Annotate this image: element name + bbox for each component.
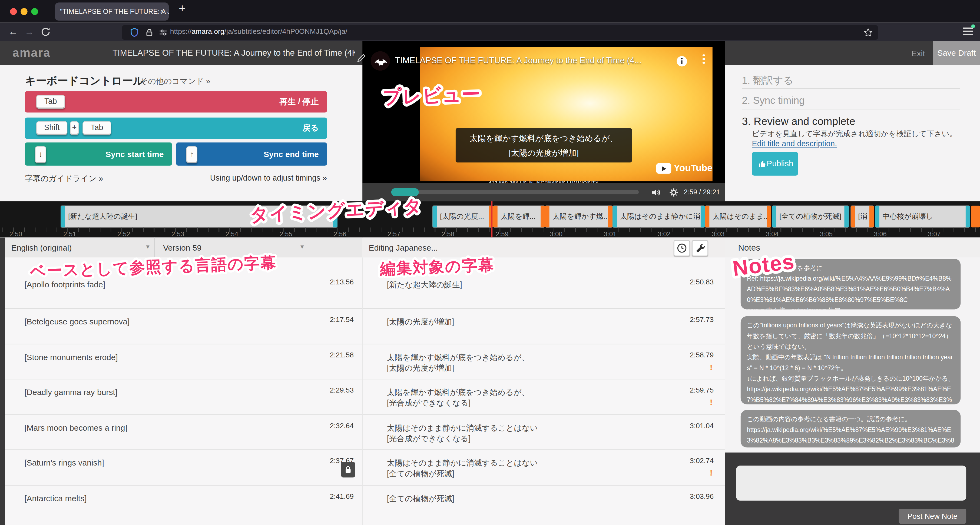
settings-gear-icon[interactable] [668,187,679,198]
lock-button[interactable] [341,462,355,477]
timing-warning-icon[interactable]: ! [710,398,713,407]
subtitle-overlay: 太陽を輝かす燃料が底をつき始めるが、 [太陽の光度が増加] [456,128,632,162]
timeline-subtitle-block[interactable]: [太陽の光度... [433,206,493,228]
subtitle-text: [Mars moon becomes a ring] [5,423,362,432]
timing-editor[interactable]: [新たな超大陸の誕生] [太陽の光度... 太陽を輝... 太陽を輝かす燃...… [0,201,980,237]
play-pause-shortcut[interactable]: Tab 再生 / 停止 [25,91,327,113]
permissions-icon[interactable] [158,27,168,37]
left-edge-strip [0,238,5,525]
sync-start-shortcut[interactable]: ↓ Sync start time [25,142,172,166]
subtitle-row[interactable]: 太陽を輝かす燃料が底をつき始めるが、 [光合成ができなくなる] 2:59.75 … [363,379,725,414]
menu-hamburger-icon[interactable] [963,27,973,36]
subtitle-row[interactable]: [Deadly gamma ray burst] 2:29.53 [5,379,362,414]
lock-icon [344,465,352,474]
adjust-timings-link[interactable]: Using up/down to adjust timings » [210,174,327,183]
subtitle-row[interactable]: [Betelgeuse goes supernova] 2:17.54 [5,308,362,344]
subtitle-text[interactable]: 太陽はそのまま静かに消滅することはない [光合成ができなくなる] [363,423,725,444]
subtitle-row[interactable]: [太陽の光度が増加] 2:57.73 [363,308,725,344]
player-video-title[interactable]: TIMELAPSE OF THE FUTURE: A Journey to th… [395,56,670,65]
subtitle-text[interactable]: [全ての植物が死滅] [363,493,725,504]
info-icon[interactable] [676,56,688,67]
note-bubble[interactable]: この動画の内容の参考になる書籍の一つ。訳語の参考に。 https://ja.wi… [741,410,961,448]
timeline-subtitle-block[interactable]: 中心核が崩壊し [875,206,970,228]
timeline-subtitle-block[interactable] [971,206,980,228]
subtitle-time: 2:21.58 [329,351,354,358]
subtitle-text: [Antarctica melts] [5,493,362,503]
lock-icon[interactable] [145,27,154,37]
edit-title-description-link[interactable]: Edit title and description. [752,140,837,148]
subtitle-row[interactable]: [Saturn's rings vanish] 2:37.67 [5,449,362,485]
subtitle-row[interactable]: 太陽を輝かす燃料が底をつき始めるが、 [太陽の光度が増加] 2:58.79 ! [363,343,725,379]
subtitle-text[interactable]: 太陽を輝かす燃料が底をつき始めるが、 [光合成ができなくなる] [363,387,725,409]
subtitle-row[interactable]: 太陽はそのまま静かに消滅することはない [全ての植物が死滅] 3:02.74 ! [363,449,725,485]
back-icon[interactable]: ← [6,25,20,39]
timing-warning-icon[interactable]: ! [710,468,713,478]
subtitle-text[interactable]: 太陽はそのまま静かに消滅することはない [全ての植物が死滅] [363,458,725,480]
exit-button[interactable]: Exit [912,49,925,58]
timeline-subtitle-block[interactable]: 太陽はそのまま... [705,206,771,228]
timing-warning-icon[interactable]: ! [710,362,713,372]
video-player[interactable]: TIMELAPSE OF THE FUTURE: A Journey to th… [363,41,725,201]
browser-tab[interactable]: "TIMELAPSE OF THE FUTURE: A Jou × [55,2,169,21]
playhead[interactable] [492,201,493,237]
subtitle-row[interactable]: [全ての植物が死滅] 3:03.96 [363,485,725,525]
subtitle-time: 2:13.56 [329,278,354,286]
reload-icon[interactable] [40,26,51,38]
back-shortcut[interactable]: Shift + Tab 戻る [25,118,327,139]
player-menu-dots-icon[interactable] [701,54,706,66]
close-window-button[interactable] [10,8,17,14]
subtitle-row[interactable]: [Mars moon becomes a ring] 2:32.64 [5,414,362,450]
more-commands-link[interactable]: その他のコマンド » [140,76,210,87]
timeline-subtitle-block[interactable]: [消 [851,206,874,228]
timeline-tick-label: 3:02 [658,230,670,238]
youtube-logo[interactable]: YouTube [656,162,725,175]
step-sync-timing[interactable]: 2. Sync timing [742,95,805,106]
subtitle-row[interactable]: 太陽はそのまま静かに消滅することはない [光合成ができなくなる] 3:01.04 [363,414,725,450]
post-new-note-button[interactable]: Post New Note [899,509,966,523]
timing-tool-button[interactable] [674,240,690,256]
zoom-window-button[interactable] [31,8,38,14]
new-note-textarea[interactable] [737,466,966,500]
bookmark-star-icon[interactable] [863,27,873,37]
tab-close-icon[interactable]: × [160,2,164,21]
tools-button[interactable] [692,240,708,256]
timeline-subtitle-block[interactable]: 太陽を輝... [493,206,545,228]
url-text: https://amara.org/ja/subtitles/editor/4h… [170,27,347,35]
chevron-down-icon[interactable]: ▼ [145,244,151,250]
subtitle-row[interactable]: [Stone monuments erode] 2:21.58 [5,343,362,379]
save-draft-button[interactable]: Save Draft [933,41,980,65]
svg-text:ベースとして参照する言語の字幕: ベースとして参照する言語の字幕 [29,254,277,280]
reference-language-select[interactable]: English (original) [11,243,72,253]
note-bubble[interactable]: この"trillions upon trillions of years"は簡潔… [741,316,961,404]
new-tab-button[interactable]: + [179,2,186,16]
url-bar[interactable]: https://amara.org/ja/subtitles/editor/4h… [122,25,878,40]
timeline-tick-label: 2:59 [496,230,508,238]
timeline-subtitle-block[interactable]: 太陽はそのまま静かに消... [612,206,705,228]
volume-icon[interactable] [650,187,662,198]
subtitle-text[interactable]: [太陽の光度が増加] [363,317,725,328]
video-caption-counter: 472,560,268 | SUN INCREASES LUMINOSITY [469,180,619,183]
sync-end-label: Sync end time [264,150,319,159]
channel-avatar[interactable] [371,51,390,71]
amara-logo[interactable]: amara [13,46,51,60]
guidelines-link[interactable]: 字幕のガイドライン » [25,174,103,185]
step-review-complete[interactable]: 3. Review and complete [742,116,855,128]
edit-title-pencil-icon[interactable] [356,52,367,63]
timeline-subtitle-block[interactable]: [全ての植物が死滅] [772,206,849,228]
thumbs-up-icon [757,159,767,169]
tracking-protection-shield-icon[interactable] [129,27,139,37]
sync-end-shortcut[interactable]: ↑ Sync end time [176,142,327,166]
minimize-window-button[interactable] [21,8,27,14]
forward-icon[interactable]: → [22,25,36,39]
timeline-tick-label: 2:57 [388,230,400,238]
subtitle-row[interactable]: [Antarctica melts] 2:41.69 [5,485,362,525]
plus-keycap: + [70,121,79,135]
subtitle-time: 3:03.96 [690,492,714,500]
subtitle-text: [Stone monuments erode] [5,352,362,362]
subtitle-text[interactable]: 太陽を輝かす燃料が底をつき始めるが、 [太陽の光度が増加] [363,352,725,374]
timeline-subtitle-block[interactable]: 太陽を輝かす燃... [545,206,612,228]
subtitle-time: 2:32.64 [329,422,354,429]
step-translate[interactable]: 1. 翻訳する [742,74,794,88]
subtitle-text: [Deadly gamma ray burst] [5,387,362,397]
publish-button[interactable]: Publish [752,152,798,176]
